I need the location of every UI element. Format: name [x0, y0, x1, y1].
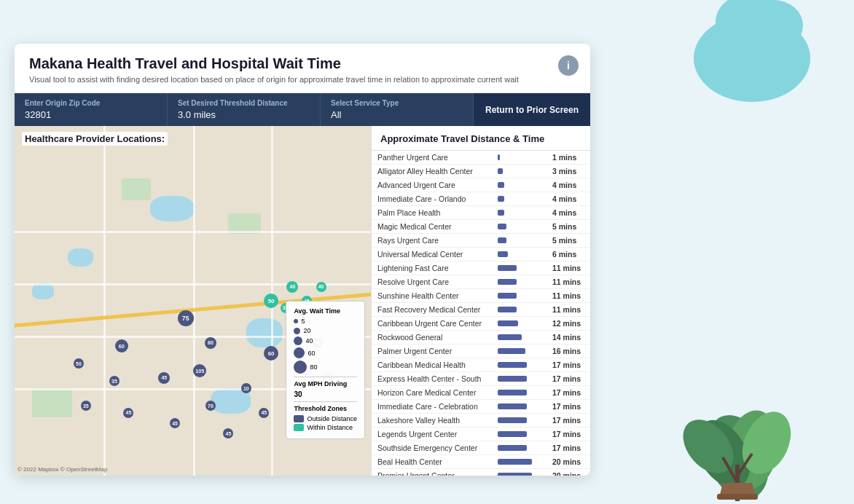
- table-row[interactable]: Universal Medical Center6 mins: [372, 248, 590, 261]
- travel-time: 4 mins: [547, 178, 590, 192]
- distance-bar-cell: [492, 441, 547, 455]
- table-row[interactable]: Magic Medical Center5 mins: [372, 220, 590, 234]
- legend-val-40: 40: [305, 337, 313, 344]
- map-marker[interactable]: 50: [264, 294, 278, 308]
- provider-name: Alligator Alley Health Center: [372, 165, 492, 178]
- green-area: [122, 178, 151, 200]
- table-row[interactable]: Horizon Care Medical Center17 mins: [372, 386, 590, 400]
- distance-bar: [498, 417, 527, 423]
- map-marker[interactable]: 40: [316, 282, 326, 292]
- table-row[interactable]: Palmer Urgent Center16 mins: [372, 344, 590, 358]
- map-marker[interactable]: 50: [74, 358, 84, 369]
- distance-bar-cell: [492, 317, 547, 331]
- map-marker[interactable]: 45: [158, 372, 170, 384]
- table-row[interactable]: Rockwood General14 mins: [372, 331, 590, 344]
- table-row[interactable]: Rays Urgent Care5 mins: [372, 234, 590, 248]
- travel-time: 11 mins: [547, 289, 590, 303]
- map-marker[interactable]: 80: [205, 337, 216, 349]
- map-marker[interactable]: 35: [81, 401, 91, 411]
- table-row[interactable]: Caribbean Urgent Care Center12 mins: [372, 317, 590, 331]
- info-icon[interactable]: i: [558, 55, 579, 76]
- distance-bar: [498, 237, 506, 243]
- table-row[interactable]: Immediate Care - Orlando4 mins: [372, 192, 590, 206]
- map-marker[interactable]: 75: [178, 310, 194, 326]
- table-row[interactable]: Legends Urgent Center17 mins: [372, 428, 590, 441]
- distance-bar: [498, 362, 527, 368]
- zip-code-control[interactable]: Enter Origin Zip Code 32801: [15, 93, 168, 126]
- legend-val-5: 5: [301, 318, 305, 325]
- map-marker[interactable]: 70: [205, 401, 216, 411]
- legend-size-5: 5: [294, 318, 357, 325]
- map-marker[interactable]: 40: [286, 281, 298, 293]
- water-body: [246, 318, 283, 347]
- distance-bar-cell: [492, 178, 547, 192]
- table-row[interactable]: Express Health Center - South17 mins: [372, 372, 590, 386]
- distance-bar: [498, 293, 517, 299]
- table-row[interactable]: Caribbean Medical Health17 mins: [372, 358, 590, 372]
- road: [103, 126, 106, 476]
- service-control[interactable]: Select Service Type All: [321, 93, 474, 126]
- travel-time: 3 mins: [547, 165, 590, 178]
- map-marker[interactable]: 60: [115, 339, 128, 353]
- travel-time: 6 mins: [547, 248, 590, 261]
- table-row[interactable]: Beal Health Center20 mins: [372, 455, 590, 469]
- provider-name: Southside Emergency Center: [372, 441, 492, 455]
- table-row[interactable]: Panther Urgent Care1 mins: [372, 151, 590, 165]
- table-row[interactable]: Palm Place Health4 mins: [372, 206, 590, 220]
- return-button[interactable]: Return to Prior Screen: [474, 93, 590, 126]
- distance-table: Panther Urgent Care1 minsAlligator Alley…: [372, 151, 590, 476]
- table-row[interactable]: Advanced Urgent Care4 mins: [372, 178, 590, 192]
- table-row[interactable]: Resolve Urgent Care11 mins: [372, 275, 590, 289]
- distance-control[interactable]: Set Desired Threshold Distance 3.0 miles: [168, 93, 321, 126]
- map-marker[interactable]: 60: [264, 346, 278, 361]
- map-marker[interactable]: 10: [241, 383, 251, 393]
- distance-bar-cell: [492, 414, 547, 428]
- distance-bar: [498, 224, 506, 229]
- table-row[interactable]: Lightening Fast Care11 mins: [372, 261, 590, 275]
- map-panel: Healthcare Provider Locations:: [15, 126, 372, 476]
- distance-panel-title: Approximate Travel Distance & Time: [372, 126, 590, 151]
- provider-name: Panther Urgent Care: [372, 151, 492, 165]
- travel-time: 17 mins: [547, 372, 590, 386]
- map-marker[interactable]: 105: [193, 364, 206, 377]
- card-header: Makana Health Travel and Hospital Wait T…: [15, 44, 590, 93]
- legend-circle-med: [294, 328, 300, 334]
- water-body: [68, 248, 93, 267]
- provider-name: Fast Recovery Medical Center: [372, 303, 492, 317]
- distance-bar-cell: [492, 275, 547, 289]
- map-marker[interactable]: 45: [223, 428, 233, 438]
- provider-name: Magic Medical Center: [372, 220, 492, 234]
- provider-name: Immediate Care - Orlando: [372, 192, 492, 206]
- provider-name: Palmer Urgent Center: [372, 344, 492, 358]
- travel-time: 17 mins: [547, 441, 590, 455]
- table-row[interactable]: Premier Urgent Center20 mins: [372, 469, 590, 476]
- map-legend: Avg. Wait Time 5 20 40 60: [286, 301, 365, 439]
- distance-label: Set Desired Threshold Distance: [178, 99, 310, 107]
- map-marker[interactable]: 35: [109, 376, 120, 386]
- map-marker[interactable]: 45: [170, 418, 180, 428]
- distance-bar-cell: [492, 234, 547, 248]
- table-row[interactable]: Southside Emergency Center17 mins: [372, 441, 590, 455]
- map-copyright: © 2022 Mapbox © OpenStreetMap: [17, 466, 107, 473]
- distance-bar-cell: [492, 455, 547, 469]
- app-subtitle: Visual tool to assist with finding desir…: [29, 75, 576, 84]
- travel-time: 20 mins: [547, 455, 590, 469]
- table-row[interactable]: Lakeshore Valley Health17 mins: [372, 414, 590, 428]
- map-title: Healthcare Provider Locations:: [22, 132, 168, 146]
- legend-circle-small: [294, 319, 298, 323]
- provider-name: Palm Place Health: [372, 206, 492, 220]
- zip-value: 32801: [25, 109, 157, 120]
- table-row[interactable]: Fast Recovery Medical Center11 mins: [372, 303, 590, 317]
- provider-name: Rockwood General: [372, 331, 492, 344]
- provider-name: Advanced Urgent Care: [372, 178, 492, 192]
- table-row[interactable]: Immediate Care - Celebration17 mins: [372, 400, 590, 414]
- distance-bar-cell: [492, 289, 547, 303]
- distance-bar: [498, 431, 527, 437]
- map-marker[interactable]: 45: [259, 408, 269, 418]
- table-row[interactable]: Alligator Alley Health Center3 mins: [372, 165, 590, 178]
- legend-circle-xl: [294, 347, 305, 358]
- distance-bar-cell: [492, 165, 547, 178]
- table-row[interactable]: Sunshine Health Center11 mins: [372, 289, 590, 303]
- distance-bar-cell: [492, 248, 547, 261]
- map-marker[interactable]: 45: [123, 408, 133, 418]
